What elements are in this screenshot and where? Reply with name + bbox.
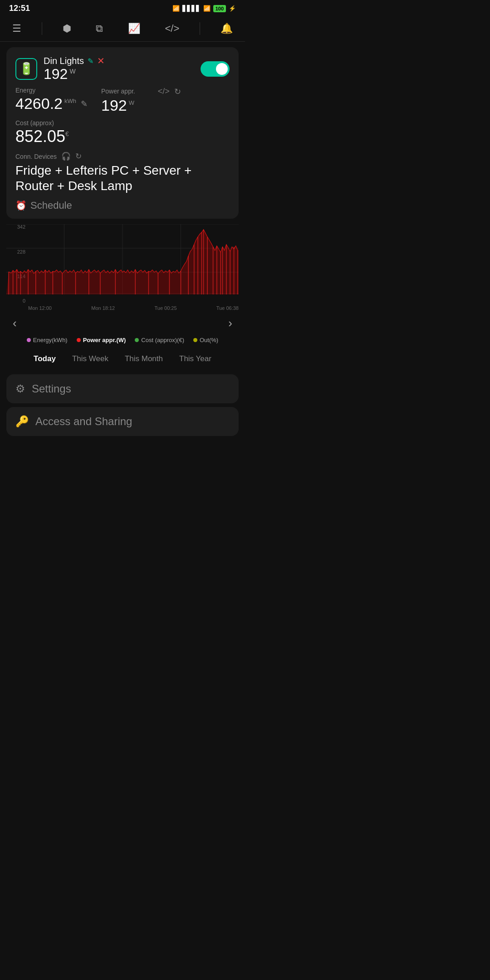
legend-out: Out(%) <box>193 337 218 343</box>
nav-bar: ☰ ⬢ ⧉ 📈 </> 🔔 <box>0 16 245 42</box>
conn-devices-value: Fridge + Lefteris PC + Server + Router +… <box>15 163 230 193</box>
schedule-label: Schedule <box>30 200 72 211</box>
cost-unit: € <box>65 130 69 137</box>
settings-icon: ⚙ <box>15 382 25 395</box>
cost-label: Cost (approx) <box>15 119 54 127</box>
battery-badge: 100 <box>213 5 226 12</box>
filter-today[interactable]: Today <box>31 353 59 365</box>
legend-cost: Cost (approx)(€) <box>135 337 184 343</box>
power-appr-value-row: 192 W <box>101 97 181 114</box>
stats-row: Energy 4260.2 kWh ✎ Power appr. </> ↻ 19… <box>15 87 230 114</box>
x-label-2: Tue 00:25 <box>154 305 176 311</box>
status-icons: 📶 ▋▋▋▋ 📶 100 ⚡ <box>172 5 236 12</box>
x-label-3: Tue 06:38 <box>216 305 239 311</box>
nav-divider-1 <box>42 22 42 35</box>
energy-unit: kWh <box>64 98 76 104</box>
legend-out-dot <box>193 338 197 342</box>
conn-refresh-icon[interactable]: ↻ <box>75 152 82 161</box>
legend-power-dot <box>77 338 81 342</box>
plug-icon: 🔋 <box>19 62 34 76</box>
edit-icon[interactable]: ✎ <box>88 57 93 65</box>
conn-devices-label: Conn. Devices <box>15 153 57 160</box>
energy-value-row: 4260.2 kWh ✎ <box>15 95 88 113</box>
signal-icon: ▋▋▋▋ <box>182 5 201 12</box>
access-sharing-label: Access and Sharing <box>35 415 132 428</box>
access-sharing-card[interactable]: 🔑 Access and Sharing <box>6 407 239 436</box>
header-watts-row: 192 W <box>44 66 105 82</box>
embed-icon[interactable]: </> <box>158 87 170 97</box>
chart-section: 342 228 114 0 <box>6 224 239 332</box>
device-icon: 🔋 <box>15 58 37 80</box>
power-appr-label: Power appr. <box>101 88 135 95</box>
header-watts-value: 192 <box>44 66 68 82</box>
legend-power: Power appr.(W) <box>77 337 126 343</box>
settings-label: Settings <box>32 382 71 395</box>
cost-block: Cost (approx) 852.05€ <box>15 119 230 146</box>
power-appr-unit: W <box>129 99 134 106</box>
chart-next-btn[interactable]: › <box>224 314 237 332</box>
conn-devices-block: Conn. Devices 🎧 ↻ Fridge + Lefteris PC +… <box>15 152 230 193</box>
status-bar: 12:51 📶 ▋▋▋▋ 📶 100 ⚡ <box>0 0 245 16</box>
legend-cost-dot <box>135 338 139 342</box>
energy-label: Energy <box>15 87 88 94</box>
stat-icons: </> ↻ <box>158 87 181 97</box>
device-card: 🔋 Din Lights ✎ ✕ 192 W Energy 4260.2 k <box>6 47 239 219</box>
cube-icon[interactable]: ⬢ <box>58 20 76 37</box>
filter-this-month[interactable]: This Month <box>122 353 166 365</box>
time-filter: Today This Week This Month This Year <box>0 346 245 371</box>
refresh-icon[interactable]: ↻ <box>174 87 181 97</box>
energy-block: Energy 4260.2 kWh ✎ <box>15 87 88 113</box>
legend-power-label: Power appr.(W) <box>83 337 126 343</box>
filter-this-year[interactable]: This Year <box>176 353 214 365</box>
power-appr-block: Power appr. </> ↻ 192 W <box>101 87 181 114</box>
legend-out-label: Out(%) <box>200 337 218 343</box>
conn-devices-label-row: Conn. Devices 🎧 ↻ <box>15 152 230 161</box>
filter-this-week[interactable]: This Week <box>69 353 111 365</box>
menu-icon[interactable]: ☰ <box>8 20 26 37</box>
legend-cost-label: Cost (approx)(€) <box>141 337 184 343</box>
cost-value-row: 852.05€ <box>15 127 230 146</box>
energy-value: 4260.2 <box>15 95 63 113</box>
legend-energy-dot <box>27 338 31 342</box>
bell-icon[interactable]: 🔔 <box>216 20 237 37</box>
device-name: Din Lights <box>44 56 84 66</box>
card-title-block: Din Lights ✎ ✕ 192 W <box>44 55 105 82</box>
energy-edit-icon[interactable]: ✎ <box>81 99 88 109</box>
key-icon: 🔑 <box>15 415 29 428</box>
bluetooth-icon: 📶 <box>172 5 180 12</box>
chart-x-labels: Mon 12:00 Mon 18:12 Tue 00:25 Tue 06:38 <box>28 304 239 311</box>
chart-legend: Energy(kWh) Power appr.(W) Cost (approx)… <box>0 337 245 343</box>
power-appr-value: 192 <box>101 97 127 114</box>
chart-canvas-wrap <box>6 224 239 304</box>
code-icon[interactable]: </> <box>161 20 184 37</box>
card-header: 🔋 Din Lights ✎ ✕ 192 W <box>15 55 230 82</box>
layers-icon[interactable]: ⧉ <box>91 20 108 37</box>
cost-value: 852.05 <box>15 127 65 146</box>
legend-energy-label: Energy(kWh) <box>33 337 68 343</box>
headset-icon: 🎧 <box>61 152 71 161</box>
schedule-clock-icon: ⏰ <box>15 200 27 211</box>
header-watts-unit: W <box>69 66 75 82</box>
card-title-row: Din Lights ✎ ✕ <box>44 55 105 66</box>
card-header-left: 🔋 Din Lights ✎ ✕ 192 W <box>15 55 105 82</box>
chart-icon[interactable]: 📈 <box>123 20 145 37</box>
x-label-0: Mon 12:00 <box>28 305 52 311</box>
x-label-1: Mon 18:12 <box>91 305 115 311</box>
power-toggle[interactable] <box>201 61 230 77</box>
chart-svg <box>6 224 239 297</box>
chart-nav: ‹ › <box>6 314 239 332</box>
battery-charging-icon: ⚡ <box>229 5 236 12</box>
schedule-row[interactable]: ⏰ Schedule <box>15 200 230 211</box>
wifi-icon: 📶 <box>203 5 211 12</box>
settings-card[interactable]: ⚙ Settings <box>6 374 239 403</box>
status-time: 12:51 <box>9 4 30 13</box>
close-icon[interactable]: ✕ <box>97 55 105 66</box>
nav-divider-2 <box>200 22 200 35</box>
chart-prev-btn[interactable]: ‹ <box>8 314 21 332</box>
legend-energy: Energy(kWh) <box>27 337 68 343</box>
